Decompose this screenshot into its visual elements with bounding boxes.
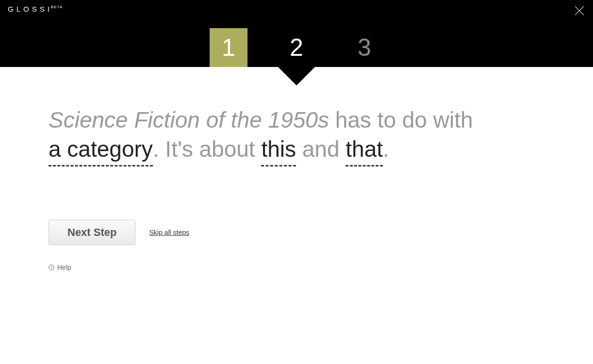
madlib-sentence: Science Fiction of the 1950s has to do w… bbox=[49, 106, 544, 166]
header: GLOSSIBETA 1 2 3 bbox=[0, 0, 593, 67]
madlib-text-4: . bbox=[383, 136, 389, 162]
step-1-label: 1 bbox=[222, 34, 235, 61]
action-row: Next Step Skip all steps bbox=[49, 220, 544, 245]
help-link[interactable]: ? Help bbox=[49, 264, 544, 271]
help-icon: ? bbox=[49, 265, 54, 270]
madlib-text-2: . It's about bbox=[153, 136, 262, 162]
step-2-label: 2 bbox=[290, 34, 303, 61]
category-blank[interactable]: a category bbox=[49, 135, 153, 166]
help-label: Help bbox=[57, 264, 71, 271]
logo-beta-badge: BETA bbox=[51, 5, 63, 9]
logo-text: GLOSSI bbox=[8, 5, 52, 13]
close-icon[interactable] bbox=[574, 5, 585, 17]
step-1[interactable]: 1 bbox=[195, 28, 263, 67]
topic-blank-2[interactable]: that bbox=[346, 135, 383, 166]
svg-text:?: ? bbox=[50, 265, 53, 270]
logo: GLOSSIBETA bbox=[8, 5, 63, 13]
topic-blank-1[interactable]: this bbox=[261, 135, 296, 166]
step-3[interactable]: 3 bbox=[330, 28, 398, 67]
next-step-button[interactable]: Next Step bbox=[49, 220, 135, 245]
step-2[interactable]: 2 bbox=[263, 28, 330, 67]
step-indicator: 1 2 3 bbox=[195, 28, 398, 67]
skip-all-link[interactable]: Skip all steps bbox=[149, 229, 189, 236]
madlib-text-1: has to do with bbox=[329, 107, 473, 132]
madlib-title: Science Fiction of the 1950s bbox=[49, 107, 329, 132]
current-step-arrow-icon bbox=[278, 67, 315, 85]
main-content: Science Fiction of the 1950s has to do w… bbox=[0, 67, 593, 271]
step-3-label: 3 bbox=[358, 34, 371, 61]
madlib-text-3: and bbox=[296, 136, 346, 162]
